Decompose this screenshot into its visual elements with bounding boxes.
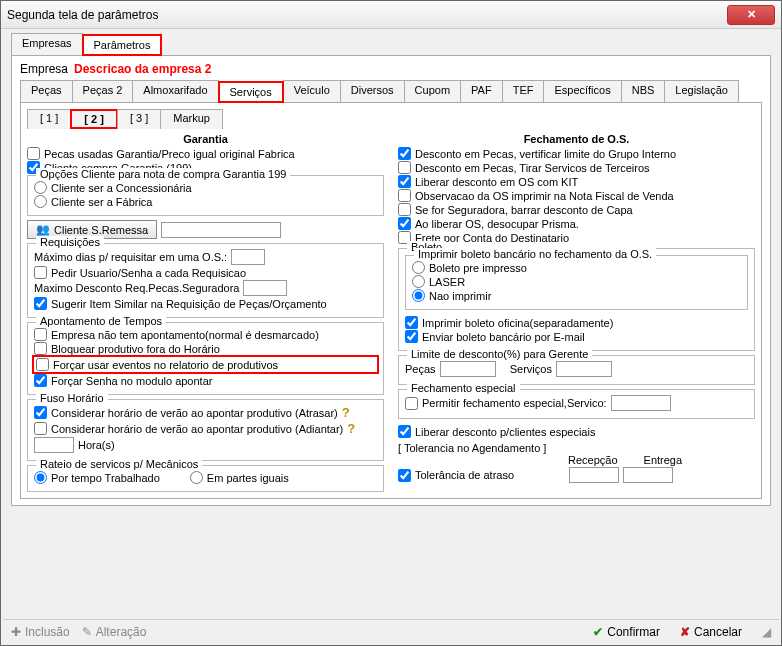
subtab-diversos[interactable]: Diversos [340,80,405,102]
chk-boleto-oficina[interactable] [405,316,418,329]
input-limite-pecas[interactable] [440,361,496,377]
rad-pre-impresso[interactable] [412,261,425,274]
chk-tolerancia[interactable] [398,469,411,482]
lbl-limite-serv: Serviços [510,363,552,375]
subtab-pecas[interactable]: Peças [20,80,73,102]
rad-partes-iguais[interactable] [190,471,203,484]
input-max-desc[interactable] [243,280,287,296]
chk-sugerir-item[interactable] [34,297,47,310]
rad-fabrica[interactable] [34,195,47,208]
chk-liberar-desc-cli[interactable] [398,425,411,438]
lbl-boleto-oficina: Imprimir boleto oficina(separadamente) [422,317,613,329]
lbl-tolerancia-atraso: Tolerância de atraso [415,469,565,481]
grp-opcoes-cliente: Opções Cliente para nota de compra Garan… [36,168,290,180]
chk-forcar-senha[interactable] [34,374,47,387]
lbl-tempo-trab: Por tempo Trabalhado [51,472,160,484]
rad-laser[interactable] [412,275,425,288]
chk-pedir-usuario[interactable] [34,266,47,279]
chk-boleto-email[interactable] [405,330,418,343]
tab-parametros[interactable]: Parâmetros [82,34,163,56]
pagetab-3[interactable]: [ 3 ] [117,109,161,129]
btn-alteracao[interactable]: ✎Alteração [82,625,147,639]
cancel-button[interactable]: ✘Cancelar [680,625,742,639]
subtab-legislacao[interactable]: Legislação [664,80,739,102]
close-icon: ✕ [747,8,756,21]
input-tol-entrega[interactable] [623,467,673,483]
rad-nao-imprimir[interactable] [412,289,425,302]
chk-forcar-eventos[interactable] [36,358,49,371]
input-horas[interactable] [34,437,74,453]
lbl-pre-impresso: Boleto pre impresso [429,262,527,274]
subtab-paf[interactable]: PAF [460,80,503,102]
chk-liberar-prisma[interactable] [398,217,411,230]
lbl-desc-terc: Desconto em Pecas, Tirar Servicos de Ter… [415,162,650,174]
chk-bloquear-prod[interactable] [34,342,47,355]
chk-verao-adiantar[interactable] [34,422,47,435]
lbl-limite-pecas: Peças [405,363,436,375]
btn-inclusao[interactable]: ✚Inclusão [11,625,70,639]
tab-empresas[interactable]: Empresas [11,33,83,55]
chk-empresa-apont[interactable] [34,328,47,341]
lbl-verao-atrasar: Considerar horário de verão ao apontar p… [51,407,338,419]
subtab-almox[interactable]: Almoxarifado [132,80,218,102]
grp-fuso: Fuso Horário [36,392,108,404]
resize-grip-icon[interactable]: ◢ [762,625,771,639]
grp-requisicoes: Requisições [36,236,104,248]
lbl-forcar-eventos: Forçar usar eventos no relatorio de prod… [53,359,278,371]
chk-desc-terc[interactable] [398,161,411,174]
help-icon-1[interactable]: ? [342,405,350,420]
rad-tempo-trab[interactable] [34,471,47,484]
input-max-dias[interactable] [231,249,265,265]
lbl-bloquear-prod: Bloquear produtivo fora do Horário [51,343,220,355]
users-icon: 👥 [36,223,50,236]
confirm-button[interactable]: ✔Confirmar [593,625,660,639]
lbl-seguradora: Se for Seguradora, barrar desconto de Ca… [415,204,633,216]
lbl-max-desc: Maximo Desconto Req.Pecas.Seguradora [34,282,239,294]
grp-limite: Limite de desconto(%) para Gerente [407,348,592,360]
subtab-veiculo[interactable]: Veículo [283,80,341,102]
lbl-concessionaria: Cliente ser a Concessionária [51,182,192,194]
lbl-entrega: Entrega [644,454,683,466]
chk-pecas-usadas[interactable] [27,147,40,160]
close-button[interactable]: ✕ [727,5,775,25]
subtab-tef[interactable]: TEF [502,80,545,102]
chk-desc-grupo[interactable] [398,147,411,160]
subtab-pecas2[interactable]: Peças 2 [72,80,134,102]
lbl-liberar-desc-cli: Liberar desconto p/clientes especiais [415,426,595,438]
grp-boleto-inner: Imprimir boleto bancário no fechamento d… [414,248,656,260]
subtab-nbs[interactable]: NBS [621,80,666,102]
empresa-label: Empresa [20,62,68,76]
lbl-max-dias: Máximo dias p/ requisitar em uma O.S.: [34,251,227,263]
pagetab-markup[interactable]: Markup [160,109,223,129]
chk-liberar-kit[interactable] [398,175,411,188]
input-sremessa[interactable] [161,222,281,238]
lbl-horas: Hora(s) [78,439,115,451]
input-fech-especial[interactable] [611,395,671,411]
lbl-sugerir-item: Sugerir Item Similar na Requisição de Pe… [51,298,327,310]
subtab-cupom[interactable]: Cupom [404,80,461,102]
plus-icon: ✚ [11,625,21,639]
lbl-nao-imprimir: Nao imprimir [429,290,491,302]
chk-fech-especial[interactable] [405,397,418,410]
lbl-recepcao: Recepção [568,454,618,466]
fechamento-title: Fechamento de O.S. [398,133,755,145]
grp-fech-especial: Fechamento especial [407,382,520,394]
lbl-pedir-usuario: Pedir Usuario/Senha a cada Requisicao [51,267,246,279]
rad-concessionaria[interactable] [34,181,47,194]
chk-seguradora[interactable] [398,203,411,216]
chk-verao-atrasar[interactable] [34,406,47,419]
lbl-liberar-kit: Liberar desconto em OS com KIT [415,176,578,188]
help-icon-2[interactable]: ? [347,421,355,436]
input-limite-serv[interactable] [556,361,612,377]
chk-obs-nf[interactable] [398,189,411,202]
subtab-servicos[interactable]: Serviços [218,81,284,103]
subtab-especificos[interactable]: Específicos [543,80,621,102]
lbl-laser: LASER [429,276,465,288]
window-title: Segunda tela de parâmetros [7,8,727,22]
pagetab-2[interactable]: [ 2 ] [70,109,118,129]
lbl-partes-iguais: Em partes iguais [207,472,289,484]
lbl-liberar-prisma: Ao liberar OS, desocupar Prisma. [415,218,579,230]
input-tol-recep[interactable] [569,467,619,483]
pagetab-1[interactable]: [ 1 ] [27,109,71,129]
empresa-desc: Descricao da empresa 2 [74,62,211,76]
